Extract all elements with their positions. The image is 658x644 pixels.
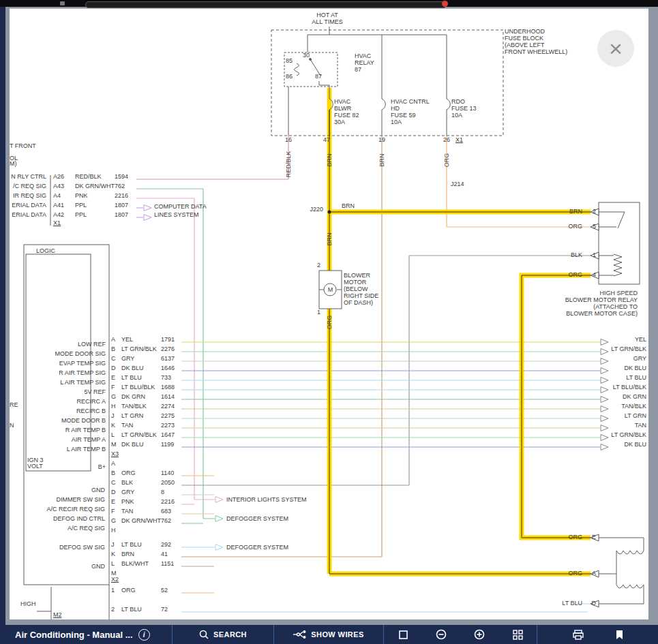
logic-pin: R AIR TEMP SIG xyxy=(31,369,106,376)
pin: 2 xyxy=(111,606,121,613)
pin: C xyxy=(111,479,121,486)
wire-row: A26RED/BLK1594 xyxy=(53,173,128,180)
info-icon[interactable]: i xyxy=(138,629,150,641)
relay-pin-label: 87 xyxy=(355,66,361,73)
fuse-label: HVAC xyxy=(334,98,350,105)
module-pin-function: N RLY CTRL xyxy=(10,173,46,180)
fuse-block-note: UNDERHOOD xyxy=(505,28,545,35)
component-note: OF DASH) xyxy=(344,299,373,306)
address-bar[interactable] xyxy=(85,1,447,8)
search-button[interactable]: SEARCH xyxy=(173,625,273,644)
wire-color: DK GRN/WHT xyxy=(121,517,161,524)
wire-row: A42PPL1807 xyxy=(53,211,128,218)
zoom-out-button[interactable] xyxy=(422,625,460,644)
show-wires-button[interactable]: SHOW WIRES xyxy=(274,625,383,644)
print-button[interactable] xyxy=(558,625,599,644)
circuit: 2273 xyxy=(161,422,175,429)
wire-row: CGRY6137 xyxy=(111,355,175,362)
highlighted-circuit xyxy=(329,88,590,574)
cut-label: RE xyxy=(10,401,18,408)
wire-color-right: GRY xyxy=(578,355,646,362)
wire-color: DK GRN/WHT xyxy=(75,183,115,189)
wire-color: DK GRN xyxy=(121,393,161,400)
system-ref: LINES SYSTEM xyxy=(154,211,199,218)
pin: A41 xyxy=(53,202,75,209)
print-icon xyxy=(573,630,584,640)
fit-screen-button[interactable] xyxy=(498,625,537,644)
pin: 1 xyxy=(586,251,596,258)
wire-color: LT BLU xyxy=(121,541,161,548)
pin: 1 xyxy=(111,587,121,594)
wire-row: LBLK/WHT1151 xyxy=(111,560,174,567)
wire-row: KBRN41 xyxy=(111,551,168,557)
wire-color: ORG xyxy=(518,271,582,278)
wiring-diagram-viewer: HOT AT ALL TIMES UNDERHOOD FUSE BLOCK (A… xyxy=(0,0,658,644)
bookmark-icon xyxy=(616,630,623,640)
pin: B xyxy=(111,470,121,476)
wire-color-right: LT GRN/BLK xyxy=(578,431,646,438)
wire-color: PNK xyxy=(121,498,161,505)
fuse-label: HVAC CNTRL xyxy=(391,98,430,105)
wire-color xyxy=(121,570,161,577)
zoom-in-button[interactable] xyxy=(460,625,498,644)
circuit: 1614 xyxy=(161,393,175,400)
wire-row: FLT BLU/BLK1688 xyxy=(111,384,175,390)
wire-color: TAN/BLK xyxy=(121,403,161,410)
pin: A42 xyxy=(53,211,75,218)
circuit: 6137 xyxy=(161,355,175,362)
close-diagram-button[interactable]: × xyxy=(597,30,634,67)
diagram-title: Air Conditioning - Manual ... xyxy=(15,630,133,640)
component-note: BLOWER xyxy=(344,272,370,279)
system-ref: DEFOGGER SYSTEM xyxy=(226,515,288,522)
wire-color-right: DK BLU xyxy=(578,365,646,371)
pin: 2 xyxy=(586,208,596,215)
wire-color: LT GRN/BLK xyxy=(121,346,161,352)
logic-pin: A/C RECIR REQ SIG xyxy=(30,506,105,512)
circuit: 2216 xyxy=(115,192,128,199)
pin: B xyxy=(111,346,121,352)
pin: D xyxy=(111,489,121,495)
cut-label: T FRONT xyxy=(10,142,36,149)
wire-color-right: TAN/BLK xyxy=(578,403,646,410)
circuit: 1807 xyxy=(115,211,128,218)
wire-color: LT BLU/BLK xyxy=(121,384,161,390)
pin: 4 xyxy=(586,271,596,278)
wire-color: LT GRN/BLK xyxy=(121,431,161,438)
connector-id: X2 xyxy=(111,576,119,583)
relay-pin-label: 87 xyxy=(315,73,322,80)
circuit: 762 xyxy=(115,183,125,189)
circuit: 1791 xyxy=(161,336,175,343)
pin: E xyxy=(586,534,596,540)
circuit: 762 xyxy=(161,517,171,524)
cut-label: M) xyxy=(10,160,17,167)
wire-row: JLT BLU292 xyxy=(111,541,171,548)
wire-color: YEL xyxy=(121,336,161,343)
bookmark-button[interactable] xyxy=(599,625,640,644)
circuit: 2274 xyxy=(161,403,175,410)
logic-pin: AIR TEMP A xyxy=(31,436,106,443)
marquee-zoom-button[interactable] xyxy=(384,625,422,644)
diagram-canvas[interactable]: HOT AT ALL TIMES UNDERHOOD FUSE BLOCK (A… xyxy=(10,8,648,619)
wire-row: A xyxy=(111,460,161,467)
wire-color-right: LT BLU/BLK xyxy=(578,384,646,390)
wire-color: ORG xyxy=(518,223,582,230)
pin: A xyxy=(111,336,121,343)
wire-color: DK BLU xyxy=(121,441,161,448)
pin: A26 xyxy=(53,173,75,180)
component-note: BLOWER MOTOR CASE) xyxy=(501,310,638,317)
wire-color: DK BLU xyxy=(121,365,161,371)
logic-pin: R AIR TEMP B xyxy=(31,427,106,433)
circuit: 1646 xyxy=(161,365,175,371)
browser-topbar xyxy=(0,0,658,7)
wire-row: EPNK2216 xyxy=(111,498,175,505)
component-note: (ATTACHED TO xyxy=(501,303,638,310)
extension-icon[interactable] xyxy=(60,1,65,5)
pin: H xyxy=(111,527,121,534)
logic-pin: GND xyxy=(30,563,105,570)
circuit: 41 xyxy=(161,551,168,557)
pin: D xyxy=(111,365,121,371)
circuit: 2216 xyxy=(161,498,175,505)
wire-color-right: DK BLU xyxy=(578,441,646,448)
wire-color-right: TAN xyxy=(578,422,646,429)
search-label: SEARCH xyxy=(213,630,247,639)
